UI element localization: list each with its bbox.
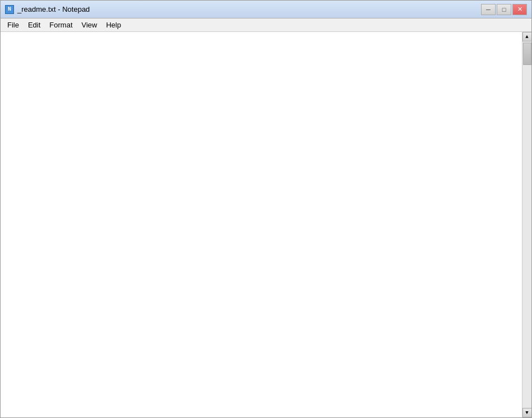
menu-file[interactable]: File [3, 20, 24, 30]
scrollbar: ▲ ▼ [522, 32, 531, 417]
window-title: _readme.txt - Notepad [17, 5, 90, 13]
menu-view[interactable]: View [77, 20, 102, 30]
close-button[interactable]: ✕ [512, 4, 527, 15]
scroll-thumb[interactable] [523, 43, 531, 65]
content-area: ▲ ▼ [1, 32, 531, 417]
scroll-track[interactable] [522, 41, 531, 408]
scroll-up-button[interactable]: ▲ [522, 32, 532, 41]
notepad-icon: N [5, 5, 14, 14]
scroll-down-button[interactable]: ▼ [522, 408, 532, 417]
maximize-button[interactable]: □ [497, 4, 511, 15]
menu-edit[interactable]: Edit [24, 20, 45, 30]
notepad-window: N _readme.txt - Notepad ─ □ ✕ File Edit … [0, 0, 532, 418]
menu-bar: File Edit Format View Help [1, 18, 531, 32]
menu-format[interactable]: Format [45, 20, 77, 30]
text-editor[interactable] [1, 32, 522, 417]
minimize-button[interactable]: ─ [481, 4, 496, 15]
menu-help[interactable]: Help [101, 20, 125, 30]
window-controls: ─ □ ✕ [481, 4, 527, 15]
title-bar-left: N _readme.txt - Notepad [5, 5, 90, 14]
title-bar: N _readme.txt - Notepad ─ □ ✕ [1, 1, 531, 18]
